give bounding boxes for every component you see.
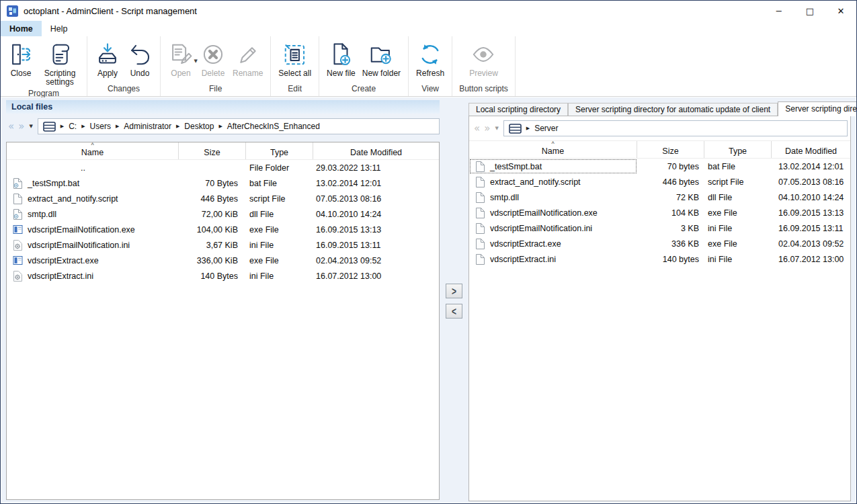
close-window-button[interactable]: ✕ [825, 1, 856, 21]
ribbon-group-label: View [413, 82, 448, 96]
doc-icon [13, 194, 23, 204]
button-label: Scripting settings [40, 69, 79, 87]
column-header-name[interactable]: ^Name [7, 142, 179, 159]
file-date-cell: 13.02.2014 12:01 [772, 162, 850, 171]
undo-button[interactable]: Undo [124, 38, 156, 78]
file-name: vdscriptExtract.exe [28, 256, 99, 265]
file-size-cell: 70 bytes [637, 162, 704, 171]
forward-icon[interactable]: » [484, 122, 490, 134]
table-row[interactable]: vdscriptEmailNotification.ini3 KBini Fil… [469, 220, 850, 236]
drive-icon [43, 122, 56, 132]
column-header-label: Type [270, 148, 288, 157]
file-type-cell: script File [246, 194, 313, 204]
table-row[interactable]: smtp.dll72,00 KiBdll File04.10.2010 14:2… [7, 206, 439, 222]
file-date-cell: 04.10.2010 14:24 [313, 210, 439, 219]
table-row[interactable]: extract_and_notify.script446 Bytesscript… [7, 191, 439, 206]
maximize-button[interactable]: □ [794, 1, 825, 21]
file-size-cell: 140 Bytes [179, 271, 246, 281]
file-name-cell: _testSmpt.bat [469, 159, 637, 174]
file-name: vdscriptExtract.exe [490, 239, 561, 249]
tab-server-scripting-directory[interactable]: Server scripting directory [778, 101, 857, 116]
drive-icon [509, 124, 522, 134]
back-icon[interactable]: « [474, 122, 480, 134]
ribbon-group-label: Button scripts [456, 82, 511, 96]
table-row[interactable]: vdscriptExtract.exe336 KBexe File02.04.2… [469, 236, 850, 251]
column-header-name[interactable]: ^Name [469, 141, 637, 158]
column-header-label: Type [729, 146, 747, 156]
table-row[interactable]: extract_and_notify.script446 bytesscript… [469, 174, 850, 190]
file-name: smtp.dll [490, 193, 519, 202]
tab-home[interactable]: Home [1, 21, 42, 36]
back-icon[interactable]: « [8, 120, 14, 132]
history-dropdown-icon[interactable]: ▼ [29, 124, 32, 129]
file-name-cell: vdscriptExtract.exe [469, 236, 637, 251]
column-header-size[interactable]: Size [179, 142, 246, 159]
close-button[interactable]: Close [5, 38, 37, 78]
breadcrumb-item-server[interactable]: Server [534, 124, 558, 133]
table-row[interactable]: vdscriptEmailNotification.exe104 KBexe F… [469, 205, 850, 220]
breadcrumb-item-c[interactable]: C: [69, 122, 77, 131]
table-row[interactable]: vdscriptEmailNotification.ini3,67 KiBini… [7, 237, 439, 253]
file-type-cell: exe File [246, 225, 313, 235]
breadcrumb-item-users[interactable]: Users [90, 122, 111, 131]
table-row[interactable]: vdscriptExtract.ini140 Bytesini File16.0… [7, 268, 439, 284]
ribbon: Close Scripting settings Program Apply [1, 36, 856, 97]
content-area: Local files « » ▼ ▶C:▶Users▶Administrato… [1, 97, 856, 503]
column-header-date-modified[interactable]: Date Modified [313, 142, 439, 159]
table-row[interactable]: _testSmpt.bat70 bytesbat File13.02.2014 … [469, 159, 850, 174]
table-row[interactable]: vdscriptExtract.ini140 bytesini File16.0… [469, 251, 850, 267]
file-size-cell: 72 KB [637, 193, 704, 202]
file-name: extract_and_notify.script [490, 177, 581, 187]
gear-icon [13, 271, 23, 282]
table-row[interactable]: vdscriptExtract.exe336,00 KiBexe File02.… [7, 253, 439, 268]
refresh-button[interactable]: Refresh [413, 38, 448, 78]
chevron-left-icon: < [452, 304, 456, 318]
file-date-cell: 02.04.2013 09:52 [772, 239, 850, 249]
file-name-cell: .. [7, 160, 179, 175]
breadcrumb-item-aftercheckins-enhanced[interactable]: AfterCheckInS_Enhanced [227, 122, 320, 131]
minimize-button[interactable]: − [764, 1, 794, 21]
breadcrumb-separator-icon: ▶ [218, 124, 222, 129]
button-label: Select all [278, 69, 311, 78]
table-row[interactable]: ..File Folder29.03.2022 13:11 [7, 160, 439, 175]
tab-server-scripting-directory-for-automatic-update-of-client[interactable]: Server scripting directory for automatic… [568, 103, 778, 116]
select-all-button[interactable]: Select all [275, 38, 315, 78]
history-dropdown-icon[interactable]: ▼ [495, 126, 498, 131]
server-table-body: _testSmpt.bat70 bytesbat File13.02.2014 … [469, 159, 850, 267]
gear-doc-icon [13, 178, 23, 189]
circle-x-icon [200, 39, 226, 69]
apply-button[interactable]: Apply [91, 38, 124, 78]
ribbon-group-view: Refresh View [409, 36, 452, 96]
breadcrumb-item-desktop[interactable]: Desktop [184, 122, 214, 131]
file-name-cell: vdscriptExtract.ini [469, 251, 637, 267]
new-folder-button[interactable]: New folder [359, 38, 404, 78]
sort-ascending-icon: ^ [91, 143, 93, 148]
file-name: _testSmpt.bat [490, 162, 542, 171]
column-header-type[interactable]: Type [246, 142, 313, 159]
tab-local-scripting-directory[interactable]: Local scripting directory [468, 103, 568, 116]
file-type-cell: exe File [246, 256, 313, 265]
table-row[interactable]: vdscriptEmailNotification.exe104,00 KiBe… [7, 222, 439, 237]
local-breadcrumb: ▶C:▶Users▶Administrator▶Desktop▶AfterChe… [38, 118, 440, 134]
column-header-size[interactable]: Size [637, 141, 704, 158]
column-header-date-modified[interactable]: Date Modified [772, 141, 850, 158]
scripting-settings-button[interactable]: Scripting settings [37, 38, 83, 87]
column-header-type[interactable]: Type [704, 141, 772, 158]
breadcrumb-item-administrator[interactable]: Administrator [124, 122, 171, 131]
file-name: vdscriptExtract.ini [490, 255, 556, 264]
file-date-cell: 16.09.2015 13:11 [313, 241, 439, 250]
file-date-cell: 07.05.2013 08:16 [772, 177, 850, 187]
copy-to-server-button[interactable]: > [446, 284, 462, 298]
forward-icon[interactable]: » [18, 120, 24, 132]
new-file-button[interactable]: New file [323, 38, 359, 78]
breadcrumb-separator-icon: ▶ [176, 124, 179, 129]
pencil-icon [235, 39, 261, 69]
table-row[interactable]: _testSmpt.bat70 Bytesbat File13.02.2014 … [7, 175, 439, 191]
file-size-cell: 3,67 KiB [179, 241, 246, 250]
file-type-cell: exe File [704, 208, 772, 218]
tab-help[interactable]: Help [42, 21, 77, 36]
table-row[interactable]: smtp.dll72 KBdll File04.10.2010 14:24 [469, 190, 850, 205]
file-name: vdscriptEmailNotification.ini [28, 241, 130, 250]
copy-to-local-button[interactable]: < [446, 304, 462, 319]
file-name-cell: extract_and_notify.script [7, 191, 179, 206]
